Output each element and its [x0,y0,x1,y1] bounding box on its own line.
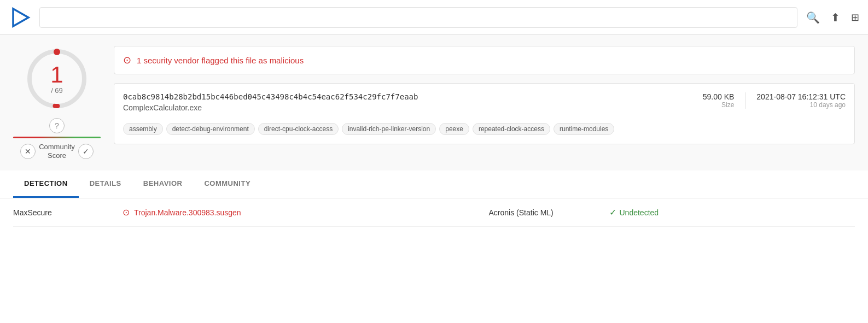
tab-detection[interactable]: DETECTION [13,171,79,198]
file-hash: 0cab8c9814b28b2bd15bc446bed045c43498c4b4… [123,92,692,101]
file-tag[interactable]: detect-debug-environment [166,123,255,135]
x-icon: ✕ [25,147,31,156]
detection-gauge: 1 / 69 [24,46,90,111]
detection-result-clean: ✓ Undetected [609,207,659,218]
file-tag[interactable]: repeated-clock-access [473,123,550,135]
grid-icon[interactable]: ⊞ [851,11,859,24]
file-tag[interactable]: invalid-rich-pe-linker-version [342,123,436,135]
file-size-label: Size [721,101,734,109]
clean-icon: ✓ [609,207,616,218]
file-tag[interactable]: assembly [123,123,163,135]
file-date-block: 2021-08-07 16:12:31 UTC 10 days ago [745,92,846,109]
file-name: ComplexCalculator.exe [123,103,692,112]
community-score-section: ? ✕ CommunityScore ✓ [13,118,101,160]
vendor-maxsecure: MaxSecure [13,208,123,217]
file-tag[interactable]: direct-cpu-clock-access [258,123,339,135]
header: 0cab8c9814b28b2bd15bc446bed045c43498c4b4… [0,0,868,35]
file-size-date: 59.00 KB Size 2021-08-07 16:12:31 UTC 10… [703,92,846,109]
tabs-section: DETECTIONDETAILSBEHAVIORCOMMUNITY [0,171,868,198]
tabs-row: DETECTIONDETAILSBEHAVIORCOMMUNITY [0,171,868,198]
file-tag[interactable]: runtime-modules [554,123,614,135]
gauge-numbers: 1 / 69 [50,63,63,95]
community-score-bar [13,137,101,138]
logo-icon[interactable] [9,7,31,28]
right-panel: ⊙ 1 security vendor flagged this file as… [114,46,855,160]
file-tags: assemblydetect-debug-environmentdirect-c… [123,123,846,135]
file-date-ago: 10 days ago [810,101,846,109]
gauge-detected: 1 [50,63,63,86]
file-date-value: 2021-08-07 16:12:31 UTC [756,92,846,101]
check-icon: ✓ [83,147,89,156]
malicious-icon: ⊙ [123,207,130,218]
file-tag[interactable]: peexe [439,123,469,135]
alert-icon: ⊙ [123,54,131,66]
detection-result-malicious: ⊙ Trojan.Malware.300983.susgen [123,207,489,218]
upload-icon[interactable]: ⬆ [831,11,840,24]
vendor-acronis: Acronis (Static ML) [489,208,609,217]
tab-details[interactable]: DETAILS [79,171,132,198]
search-input[interactable]: 0cab8c9814b28b2bd15bc446bed045c43498c4b4… [39,7,797,28]
svg-marker-0 [13,9,28,26]
community-score-actions: ✕ CommunityScore ✓ [20,143,94,160]
gauge-total: / 69 [50,86,63,95]
left-panel: 1 / 69 ? ✕ CommunityScore ✓ [13,46,101,160]
svg-point-3 [54,49,60,55]
file-size-value: 59.00 KB [703,92,735,101]
community-score-help[interactable]: ? [49,118,65,133]
tab-behavior[interactable]: BEHAVIOR [132,171,194,198]
main-content: 1 / 69 ? ✕ CommunityScore ✓ [0,35,868,171]
search-icon[interactable]: 🔍 [806,11,820,24]
tab-community[interactable]: COMMUNITY [193,171,261,198]
file-size-block: 59.00 KB Size [703,92,735,109]
undetected-label: Undetected [620,208,659,217]
detection-row: MaxSecure ⊙ Trojan.Malware.300983.susgen… [13,198,855,227]
community-score-like[interactable]: ✓ [78,144,94,159]
malicious-label: Trojan.Malware.300983.susgen [134,208,241,217]
header-icons: 🔍 ⬆ ⊞ [806,11,859,24]
alert-banner: ⊙ 1 security vendor flagged this file as… [114,46,855,74]
right-vendor-section: Acronis (Static ML) ✓ Undetected [489,207,855,218]
file-info: 0cab8c9814b28b2bd15bc446bed045c43498c4b4… [114,83,855,144]
community-score-label: CommunityScore [39,143,75,160]
alert-text: 1 security vendor flagged this file as m… [137,56,304,65]
community-score-dislike[interactable]: ✕ [20,144,36,159]
detection-section: MaxSecure ⊙ Trojan.Malware.300983.susgen… [0,198,868,227]
